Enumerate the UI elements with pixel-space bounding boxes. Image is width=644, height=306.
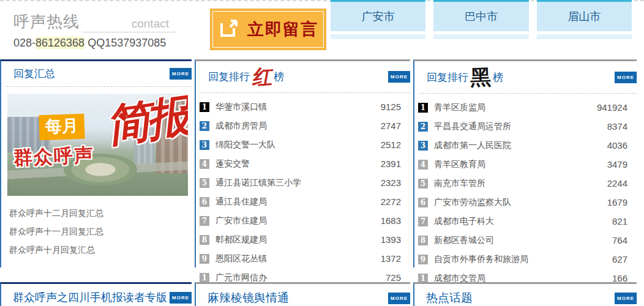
spicy-prism-more-button[interactable]: MORE — [388, 293, 410, 304]
black-ranking-more-button[interactable]: MORE — [615, 72, 637, 83]
rank-row: 3 成都市第一人民医院 4036 — [414, 136, 637, 155]
red-title-prefix: 回复排行 — [208, 70, 250, 84]
reply-summary-more-button[interactable]: MORE — [170, 68, 192, 80]
black-ranking-list: 1 青羊区质监局 941924 2 平昌县交通局运管所 8374 3 成都市第一… — [414, 94, 637, 288]
rank-badge: 2 — [200, 121, 209, 131]
rank-entity-link[interactable]: 广安市住建局 — [215, 215, 381, 226]
rank-row: 1 华蓥市溪口镇 9125 — [196, 97, 410, 116]
rank-entity-link[interactable]: 华蓥市溪口镇 — [215, 102, 381, 113]
hot-topics-more-button[interactable]: MORE — [615, 293, 637, 304]
rank-entity-link[interactable]: 青羊区教育局 — [434, 159, 607, 170]
rank-row: 6 通江县住建局 2272 — [196, 192, 410, 211]
rank-badge: 1 — [418, 103, 428, 113]
external-link-icon — [218, 17, 240, 42]
rank-badge: 9 — [418, 255, 428, 264]
monthly-report-banner[interactable]: 每月 群众呼声 简报 — [7, 94, 188, 196]
rank-badge: 1 — [200, 102, 209, 112]
leave-message-button[interactable]: 立即留言 — [210, 9, 326, 50]
rank-entity-link[interactable]: 广安市劳动监察大队 — [434, 197, 607, 208]
rank-row: 9 恩阳区花丛镇 1372 — [196, 249, 410, 268]
reply-summary-title: 回复汇总 — [13, 67, 55, 81]
rank-entity-link[interactable]: 青羊区质监局 — [434, 102, 597, 113]
mobile-reader-title: 群众呼声之四川手机报读者专版 — [13, 290, 167, 305]
city-tab-strip — [331, 34, 425, 39]
rank-row: 7 成都市电子科大 821 — [414, 212, 637, 231]
rank-count: 1679 — [607, 197, 627, 207]
city-tab-label[interactable]: 巴中市 — [433, 0, 528, 31]
rank-badge: 4 — [200, 159, 209, 169]
rank-row: 5 南充市车管所 2244 — [414, 174, 637, 193]
rank-entity-link[interactable]: 郫都区规建局 — [215, 234, 381, 245]
rank-entity-link[interactable]: 成都市电子科大 — [434, 216, 612, 227]
rank-count: 725 — [386, 272, 401, 283]
city-tab[interactable]: 广安市 — [331, 0, 425, 39]
rank-count: 2244 — [607, 178, 627, 188]
rank-entity-link[interactable]: 成都市第一人民医院 — [434, 140, 607, 151]
reply-summary-link[interactable]: 群众呼声十一月回复汇总 — [9, 222, 192, 241]
city-tab-label[interactable]: 眉山市 — [537, 0, 632, 31]
rank-entity-link[interactable]: 成都市房管局 — [215, 121, 381, 132]
rank-badge: 6 — [200, 197, 209, 207]
rank-row: 7 广安市住建局 1683 — [196, 211, 410, 230]
black-ranking-title: 回复排行 黑 榜 — [427, 67, 503, 88]
rank-entity-link[interactable]: 南充市车管所 — [434, 178, 607, 189]
hot-topics-title: 热点话题 — [426, 290, 473, 306]
reply-summary-link[interactable]: 群众呼声十月回复汇总 — [9, 241, 192, 259]
rank-count: 2272 — [381, 196, 401, 207]
rank-entity-link[interactable]: 绵阳交警一大队 — [215, 140, 381, 151]
contact-label: contact — [82, 16, 176, 32]
city-tabs: 广安市 巴中市 眉山市 — [331, 0, 632, 39]
rank-row: 2 平昌县交通局运管所 8374 — [414, 117, 637, 136]
rank-entity-link[interactable]: 蓬安交警 — [215, 159, 381, 170]
mobile-reader-more-button[interactable]: MORE — [170, 292, 192, 304]
rank-count: 2323 — [381, 177, 401, 188]
city-tab[interactable]: 眉山市 — [537, 0, 632, 39]
city-tab-label[interactable]: 广安市 — [331, 0, 425, 31]
red-ranking-more-button[interactable]: MORE — [388, 71, 410, 83]
rank-entity-link[interactable]: 恩阳区花丛镇 — [215, 253, 381, 264]
spicy-prism-title: 麻辣棱镜舆情通 — [208, 290, 289, 306]
rank-badge: 8 — [200, 235, 209, 245]
hotline-phone: 028-86126368 QQ1537937085 — [13, 37, 176, 50]
rank-badge: 3 — [418, 141, 428, 151]
reply-summary-link[interactable]: 群众呼声十二月回复汇总 — [9, 204, 192, 222]
rank-entity-link[interactable]: 新都区香城公司 — [434, 235, 612, 246]
phone-qq: QQ1537937085 — [84, 37, 166, 49]
city-tab[interactable]: 巴中市 — [433, 0, 528, 39]
rank-badge: 4 — [418, 160, 428, 170]
rank-count: 4036 — [607, 140, 627, 151]
phone-highlight: 86126368 — [36, 37, 84, 49]
city-tab-strip — [537, 34, 632, 39]
hot-topics-section: 热点话题 MORE — [413, 282, 637, 306]
rank-count: 764 — [612, 235, 627, 245]
rank-badge: 5 — [418, 179, 428, 188]
rank-count: 2391 — [381, 159, 401, 169]
black-title-accent: 黑 — [470, 66, 491, 88]
rank-row: 6 广安市劳动监察大队 1679 — [414, 193, 637, 212]
rank-count: 821 — [612, 216, 627, 226]
black-title-suffix: 榜 — [493, 70, 503, 84]
rank-entity-link[interactable]: 通江县住建局 — [215, 196, 381, 207]
hotline-brand: 呼声热线 contact 028-86126368 QQ1537937085 — [13, 11, 176, 50]
rank-row: 8 新都区香城公司 764 — [414, 231, 637, 250]
rank-row: 4 青羊区教育局 3479 — [414, 155, 637, 174]
rank-count: 9125 — [381, 102, 401, 112]
rank-badge: 7 — [418, 217, 428, 226]
rank-entity-link[interactable]: 广元市网信办 — [215, 272, 386, 283]
banner-voice-text: 群众呼声 — [13, 143, 94, 171]
banner-bulletin-text: 简报 — [103, 94, 188, 149]
rank-entity-link[interactable]: 自贡市外事侨务和旅游局 — [434, 254, 612, 265]
rank-row: 3 绵阳交警一大队 2512 — [196, 135, 410, 154]
rank-entity-link[interactable]: 通江县诺江镇第三小学 — [215, 177, 381, 188]
rank-badge: 8 — [418, 236, 428, 245]
red-title-accent: 红 — [251, 66, 272, 88]
rank-row: 2 成都市房管局 2747 — [196, 116, 410, 135]
banner-monthly-badge: 每月 — [39, 114, 84, 141]
red-ranking-section: 回复排行 红 榜 MORE 1 华蓥市溪口镇 9125 2 成都市房管局 274… — [195, 59, 410, 267]
rank-count: 941924 — [597, 102, 627, 113]
rank-count: 3479 — [607, 159, 627, 170]
reply-summary-links: 群众呼声十二月回复汇总 群众呼声十一月回复汇总 群众呼声十月回复汇总 — [9, 204, 192, 259]
rank-entity-link[interactable]: 平昌县交通局运管所 — [434, 121, 607, 132]
mobile-reader-section: 群众呼声之四川手机报读者专版 MORE — [0, 282, 192, 306]
leave-message-label: 立即留言 — [247, 18, 318, 40]
